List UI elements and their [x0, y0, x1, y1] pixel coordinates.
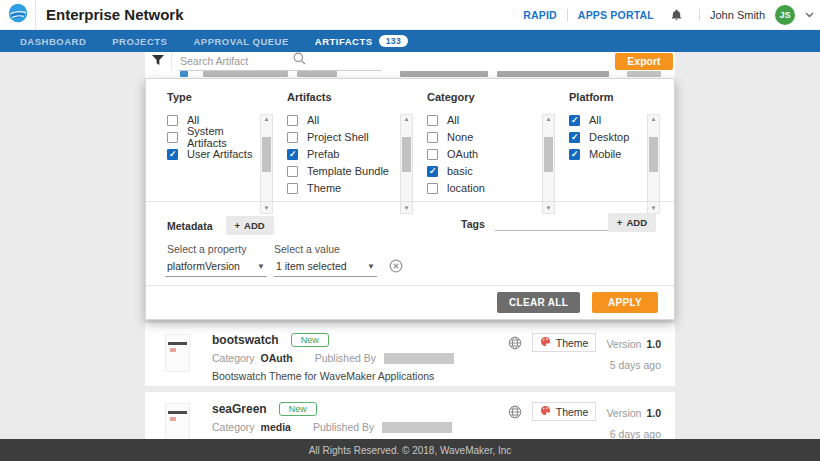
globe-icon[interactable]: [508, 405, 522, 419]
scrollbar-thumb[interactable]: [262, 137, 271, 172]
filter-group-title: Type: [167, 91, 287, 103]
nav-item-approval-queue[interactable]: APPROVAL QUEUE: [193, 36, 288, 47]
filter-option-label: All: [589, 114, 601, 126]
metadata-label: Metadata: [167, 220, 213, 232]
value-select[interactable]: 1 item selected ▼: [274, 260, 377, 277]
app-logo[interactable]: [0, 0, 36, 29]
artifact-title[interactable]: bootswatch: [212, 333, 279, 347]
filter-option-label: Desktop: [589, 131, 629, 143]
artifact-title[interactable]: seaGreen: [212, 402, 267, 416]
checkbox[interactable]: [569, 149, 580, 160]
checkbox[interactable]: [427, 183, 438, 194]
apply-button[interactable]: APPLY: [592, 292, 658, 313]
obscured-fragment: [400, 71, 488, 77]
search-input[interactable]: [178, 54, 381, 71]
filter-option[interactable]: Prefab: [287, 148, 400, 160]
link-apps-portal[interactable]: APPS PORTAL: [578, 9, 654, 21]
filter-option[interactable]: Project Shell: [287, 131, 400, 143]
filter-option-label: OAuth: [447, 148, 478, 160]
scroll-up-arrow[interactable]: ▲: [546, 115, 552, 124]
filter-option[interactable]: None: [427, 131, 542, 143]
scrollbar-track[interactable]: [648, 124, 659, 204]
checkbox[interactable]: [427, 115, 438, 126]
filter-option[interactable]: Mobile: [569, 148, 647, 160]
nav-item-artifacts[interactable]: ARTIFACTS133: [315, 35, 409, 47]
version-label: Version: [606, 338, 644, 350]
filter-option-label: Template Bundle: [307, 165, 389, 177]
scroll-up-arrow[interactable]: ▲: [404, 115, 410, 124]
filter-option[interactable]: All: [287, 114, 400, 126]
filter-option[interactable]: OAuth: [427, 148, 542, 160]
artifact-count-badge: 133: [379, 35, 409, 47]
filter-option-label: location: [447, 182, 485, 194]
filter-option[interactable]: Template Bundle: [287, 165, 400, 177]
remove-metadata-icon[interactable]: [389, 259, 403, 277]
scrollbar[interactable]: ▲ ▼: [400, 114, 413, 214]
property-select[interactable]: platformVersion ▼: [165, 260, 267, 277]
clear-all-button[interactable]: CLEAR ALL: [497, 292, 580, 313]
notification-bell-icon[interactable]: [670, 8, 683, 22]
avatar[interactable]: JS: [775, 5, 795, 25]
export-button[interactable]: Export: [615, 53, 673, 70]
tags-input[interactable]: [495, 216, 620, 231]
checkbox[interactable]: [427, 166, 438, 177]
scrollbar-track[interactable]: [401, 124, 412, 204]
filter-option[interactable]: basic: [427, 165, 542, 177]
filter-group: Platform All Desktop Mobile ▲ ▼: [569, 91, 674, 201]
filter-option-label: Mobile: [589, 148, 621, 160]
type-badge-label: Theme: [556, 406, 589, 418]
artifact-age: 5 days ago: [508, 359, 661, 371]
obscured-fragment: [203, 71, 288, 77]
scrollbar-track[interactable]: [261, 124, 272, 204]
filter-option-label: Project Shell: [307, 131, 369, 143]
filter-groups: Type All System Artifacts User Artifacts…: [146, 79, 674, 201]
chevron-down-icon[interactable]: [805, 12, 814, 18]
version-label: Version: [606, 407, 644, 419]
checkbox[interactable]: [167, 115, 178, 126]
scroll-up-arrow[interactable]: ▲: [264, 115, 270, 124]
filter-option[interactable]: System Artifacts: [167, 131, 260, 143]
nav-items: DASHBOARD PROJECTS APPROVAL QUEUE ARTIFA…: [20, 35, 408, 47]
scrollbar-thumb[interactable]: [544, 137, 553, 172]
checkbox[interactable]: [287, 115, 298, 126]
nav-item-dashboard[interactable]: DASHBOARD: [20, 36, 86, 47]
filter-option[interactable]: User Artifacts: [167, 148, 260, 160]
caret-down-icon: ▼: [367, 262, 375, 271]
checkbox[interactable]: [427, 149, 438, 160]
filter-toggle-button[interactable]: [145, 52, 172, 70]
publisher-redacted: [382, 422, 452, 433]
nav-item-projects[interactable]: PROJECTS: [112, 36, 167, 47]
filter-panel-footer: CLEAR ALL APPLY: [146, 285, 674, 319]
tags-add-button[interactable]: +ADD: [608, 213, 656, 232]
scrollbar-thumb[interactable]: [402, 137, 411, 172]
scroll-up-arrow[interactable]: ▲: [651, 115, 657, 124]
filter-option[interactable]: All: [569, 114, 647, 126]
filter-option[interactable]: Desktop: [569, 131, 647, 143]
filter-option[interactable]: Theme: [287, 182, 400, 194]
search-icon: [293, 51, 306, 69]
checkbox[interactable]: [167, 132, 178, 143]
globe-icon[interactable]: [508, 336, 522, 350]
scrollbar-thumb[interactable]: [649, 137, 658, 172]
scrollbar[interactable]: ▲ ▼: [260, 114, 273, 214]
checkbox[interactable]: [569, 132, 580, 143]
scrollbar[interactable]: ▲ ▼: [542, 114, 555, 214]
checkbox[interactable]: [167, 149, 178, 160]
checkbox[interactable]: [569, 115, 580, 126]
checkbox[interactable]: [287, 183, 298, 194]
metadata-add-button[interactable]: +ADD: [226, 216, 274, 235]
checkbox[interactable]: [427, 132, 438, 143]
scrollbar-track[interactable]: [543, 124, 554, 204]
artifact-card[interactable]: bootswatch New Category OAuth Published …: [145, 323, 675, 386]
filter-group: Type All System Artifacts User Artifacts…: [167, 91, 287, 201]
header-divider: [567, 9, 568, 21]
link-rapid[interactable]: RAPID: [523, 9, 557, 21]
filter-option[interactable]: All: [427, 114, 542, 126]
scrollbar[interactable]: ▲ ▼: [647, 114, 660, 214]
checkbox[interactable]: [287, 132, 298, 143]
checkbox[interactable]: [287, 166, 298, 177]
filter-option-label: Theme: [307, 182, 341, 194]
main-nav: DASHBOARD PROJECTS APPROVAL QUEUE ARTIFA…: [0, 30, 820, 52]
checkbox[interactable]: [287, 149, 298, 160]
filter-option[interactable]: location: [427, 182, 542, 194]
